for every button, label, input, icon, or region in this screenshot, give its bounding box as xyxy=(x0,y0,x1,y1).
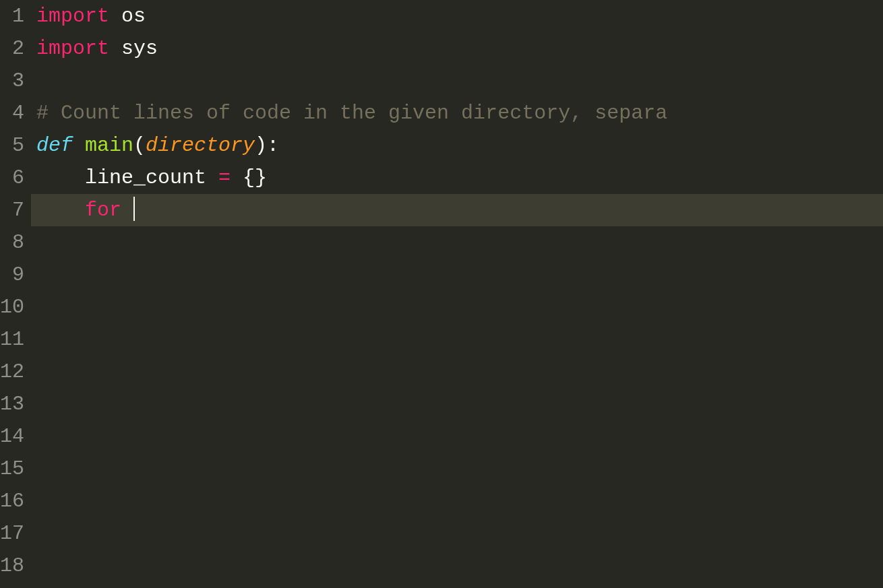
code-line[interactable] xyxy=(31,420,883,453)
code-token: main xyxy=(85,134,133,157)
code-line[interactable] xyxy=(31,550,883,582)
code-token: import xyxy=(36,5,109,28)
code-editor[interactable]: 123456789101112131415161718 import osimp… xyxy=(0,0,883,588)
code-line[interactable]: # Count lines of code in the given direc… xyxy=(31,97,883,129)
code-token: for xyxy=(85,199,121,222)
code-token: import xyxy=(36,37,109,60)
line-number: 2 xyxy=(0,32,24,65)
line-number: 4 xyxy=(0,97,24,129)
code-token xyxy=(231,166,243,189)
code-line[interactable]: line_count = {} xyxy=(31,162,883,194)
code-token: # Count lines of code in the given direc… xyxy=(36,102,667,125)
code-line[interactable] xyxy=(31,356,883,388)
code-line[interactable]: import sys xyxy=(31,32,883,65)
line-number: 1 xyxy=(0,0,24,32)
line-number: 6 xyxy=(0,162,24,194)
code-token: def xyxy=(36,134,73,157)
code-line[interactable]: for xyxy=(31,194,883,226)
code-token xyxy=(36,199,85,222)
line-number: 18 xyxy=(0,550,24,582)
line-number: 3 xyxy=(0,65,24,97)
line-number: 14 xyxy=(0,420,24,453)
code-token: ( xyxy=(133,134,146,157)
code-line[interactable]: import os xyxy=(31,0,883,32)
code-line[interactable] xyxy=(31,517,883,550)
code-line[interactable] xyxy=(31,65,883,97)
code-line[interactable] xyxy=(31,485,883,517)
code-token: os xyxy=(121,5,146,28)
line-number: 7 xyxy=(0,194,24,226)
line-number: 16 xyxy=(0,485,24,517)
code-line[interactable] xyxy=(31,453,883,485)
line-number: 9 xyxy=(0,259,24,291)
code-token xyxy=(109,37,121,60)
code-token: ): xyxy=(255,134,279,157)
code-token xyxy=(121,199,133,222)
code-line[interactable]: def main(directory): xyxy=(31,129,883,162)
line-number-gutter: 123456789101112131415161718 xyxy=(0,0,31,588)
code-area[interactable]: import osimport sys# Count lines of code… xyxy=(31,0,883,588)
code-token xyxy=(206,166,218,189)
text-cursor xyxy=(133,197,135,221)
code-token: = xyxy=(218,166,231,189)
line-number: 8 xyxy=(0,226,24,259)
code-line[interactable] xyxy=(31,226,883,259)
code-token xyxy=(36,166,85,189)
code-token xyxy=(73,134,85,157)
code-token: sys xyxy=(121,37,158,60)
line-number: 13 xyxy=(0,388,24,420)
code-token xyxy=(109,5,121,28)
line-number: 5 xyxy=(0,129,24,162)
line-number: 17 xyxy=(0,517,24,550)
code-token: line_count xyxy=(85,166,206,189)
code-token: {} xyxy=(243,166,267,189)
line-number: 15 xyxy=(0,453,24,485)
code-line[interactable] xyxy=(31,291,883,323)
line-number: 10 xyxy=(0,291,24,323)
code-token: directory xyxy=(146,134,255,157)
code-line[interactable] xyxy=(31,323,883,356)
code-line[interactable] xyxy=(31,259,883,291)
line-number: 11 xyxy=(0,323,24,356)
code-line[interactable] xyxy=(31,388,883,420)
line-number: 12 xyxy=(0,356,24,388)
